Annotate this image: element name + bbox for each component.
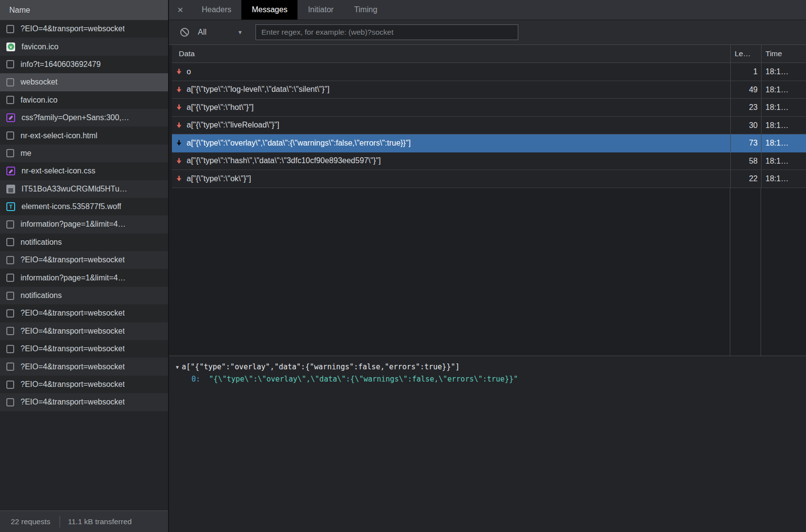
request-row[interactable]: websocket [0,73,168,91]
request-row[interactable]: information?page=1&limit=4… [0,215,168,233]
image-icon [6,185,15,193]
request-name: information?page=1&limit=4… [21,220,126,229]
message-time-cell: 18:1… [761,170,806,188]
document-icon [6,25,14,33]
request-row[interactable]: nr-ext-select-icon.html [0,127,168,144]
preview-root-node[interactable]: ▼ a["{"type":"overlay","data":{"warnings… [176,362,806,371]
document-icon [6,327,14,335]
request-row[interactable]: ?EIO=4&transport=websocket [0,393,168,411]
request-name: element-icons.535877f5.woff [21,202,121,211]
regex-filter-input[interactable] [255,24,518,40]
message-time-cell: 18:1… [761,134,806,152]
message-text: a["{\"type\":\"log-level\",\"data\":\"si… [187,85,330,94]
request-name: info?t=1640603692479 [21,60,101,69]
message-text: a["{\"type\":\"ok\"}"] [187,174,251,183]
message-length-cell: 58 [730,152,761,170]
message-row[interactable]: o118:1… [172,63,806,81]
message-row[interactable]: a["{\"type\":\"hot\"}"]2318:1… [172,99,806,117]
request-row[interactable]: ?EIO=4&transport=websocket [0,340,168,358]
receive-arrow-icon [175,157,183,165]
document-icon [6,362,14,371]
document-icon [6,274,14,282]
request-row[interactable]: ?EIO=4&transport=websocket [0,358,168,375]
message-time-cell: 18:1… [761,81,806,99]
message-row[interactable]: a["{\"type\":\"ok\"}"]2218:1… [172,170,806,188]
tab-messages[interactable]: Messages [241,0,297,20]
request-row[interactable]: ?EIO=4&transport=websocket [0,251,168,269]
close-icon[interactable]: × [169,0,191,20]
message-row[interactable]: a["{\"type\":\"log-level\",\"data\":\"si… [172,81,806,99]
request-row[interactable]: information?page=1&limit=4… [0,269,168,286]
chevron-down-icon[interactable]: ▼ [237,29,243,35]
favicon-icon [6,43,15,51]
message-text: a["{\"type\":\"liveReload\"}"] [187,121,279,129]
request-row[interactable]: favicon.ico [0,91,168,109]
receive-arrow-icon [175,122,183,129]
tabs-container: HeadersMessagesInitiatorTiming [191,0,387,20]
detail-tabbar: × HeadersMessagesInitiatorTiming [169,0,806,20]
request-row[interactable]: nr-ext-select-icon.css [0,162,168,180]
document-icon [6,96,14,104]
document-icon [6,256,14,264]
request-rows: ?EIO=4&transport=websocketfavicon.icoinf… [0,20,168,411]
stylesheet-icon [6,113,15,122]
request-list-pane: Name ?EIO=4&transport=websocketfavicon.i… [0,0,168,511]
document-icon [6,292,14,300]
document-icon [6,309,14,318]
length-column-header[interactable]: Le… [730,45,761,63]
request-name: notifications [21,291,62,300]
document-icon [6,345,14,353]
message-row[interactable]: a["{\"type\":\"overlay\",\"data\":{\"war… [172,134,806,152]
request-name: favicon.ico [21,43,59,51]
document-icon [6,220,14,229]
messages-grid: Data Le… Time o118:1…a["{\"type\":\"log-… [172,45,806,356]
expander-triangle-icon[interactable]: ▼ [176,364,179,370]
tab-headers[interactable]: Headers [191,0,241,20]
message-text: o [187,67,191,76]
tab-timing[interactable]: Timing [344,0,387,20]
message-data-cell: a["{\"type\":\"hot\"}"] [172,99,730,116]
requests-count: 22 requests [11,517,50,526]
document-icon [6,398,14,406]
tab-initiator[interactable]: Initiator [297,0,343,20]
message-time-cell: 18:1… [761,99,806,116]
message-length-cell: 23 [730,99,761,116]
request-row[interactable]: me [0,145,168,162]
request-row[interactable]: ?EIO=4&transport=websocket [0,304,168,322]
request-row[interactable]: ?EIO=4&transport=websocket [0,20,168,38]
message-length-cell: 22 [730,170,761,188]
preview-entry-value: "{\"type\":\"overlay\",\"data\":{\"warni… [209,375,518,383]
preview-root-text: a["{"type":"overlay","data":{"warnings":… [182,362,460,371]
message-text: a["{\"type\":\"overlay\",\"data\":{\"war… [187,139,411,148]
name-column-header[interactable]: Name [0,0,168,20]
preview-entry[interactable]: 0: "{\"type\":\"overlay\",\"data\":{\"wa… [191,375,806,383]
request-row[interactable]: ?EIO=4&transport=websocket [0,322,168,340]
filter-type-dropdown[interactable]: All [198,20,207,44]
request-row[interactable]: element-icons.535877f5.woff [0,198,168,215]
request-row[interactable]: info?t=1640603692479 [0,56,168,73]
receive-arrow-icon [175,68,183,75]
message-data-cell: a["{\"type\":\"overlay\",\"data\":{\"war… [172,134,730,152]
request-row[interactable]: IT51BoA33wuCRGMld5HTu… [0,180,168,198]
request-name: ?EIO=4&transport=websocket [21,362,125,371]
request-row[interactable]: ?EIO=4&transport=websocket [0,376,168,393]
receive-arrow-icon [175,139,183,147]
document-icon [6,381,14,389]
data-column-header[interactable]: Data [172,45,730,63]
message-row[interactable]: a["{\"type\":\"liveReload\"}"]3018:1… [172,117,806,135]
request-name: IT51BoA33wuCRGMld5HTu… [21,185,127,193]
devtools-network-panel: Name ?EIO=4&transport=websocketfavicon.i… [0,0,806,532]
request-name: information?page=1&limit=4… [21,274,126,282]
request-row[interactable]: notifications [0,234,168,251]
message-data-cell: a["{\"type\":\"hash\",\"data\":\"3dfc10c… [172,152,730,170]
clear-messages-icon[interactable] [179,27,190,38]
request-name: me [21,149,31,158]
preview-entry-key: 0: [191,375,200,383]
message-row[interactable]: a["{\"type\":\"hash\",\"data\":\"3dfc10c… [172,152,806,170]
request-row[interactable]: notifications [0,287,168,304]
request-row[interactable]: favicon.ico [0,38,168,55]
request-detail-pane: × HeadersMessagesInitiatorTiming All ▼ D… [169,0,806,532]
time-column-header[interactable]: Time [761,45,806,63]
font-icon [6,202,15,211]
request-row[interactable]: css?family=Open+Sans:300,… [0,109,168,127]
